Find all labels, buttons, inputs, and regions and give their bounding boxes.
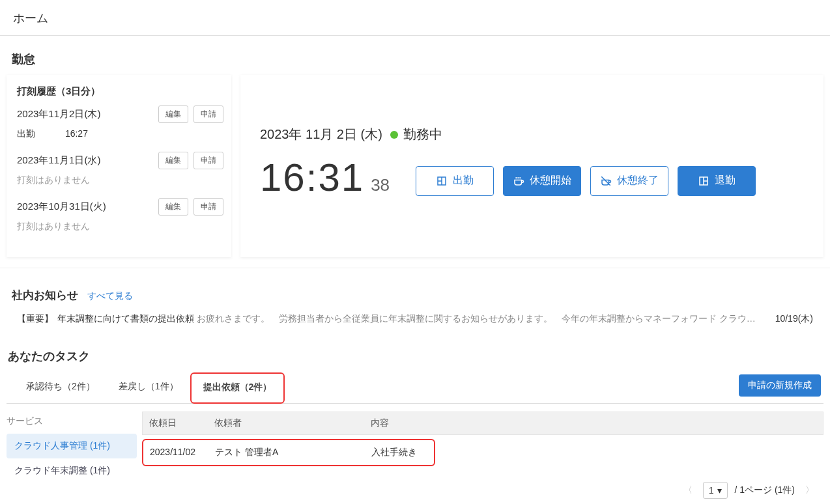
new-request-button[interactable]: 申請の新規作成 — [739, 374, 821, 397]
apply-button[interactable]: 申請 — [193, 152, 223, 169]
page-prev[interactable]: 〈 — [680, 483, 696, 497]
announcement-item[interactable]: 【重要】 年末調整に向けて書類の提出依頼 お疲れさまです。 労務担当者から全従業… — [12, 311, 818, 328]
history-scroll[interactable]: 2023年11月2日(木) 編集 申請 出勤 16:27 2023年11月1日(… — [17, 105, 229, 255]
cell-requester: テスト 管理者A — [208, 440, 365, 465]
break-end-button[interactable]: 休憩終了 — [590, 166, 668, 196]
clock-status: 勤務中 — [403, 126, 442, 143]
history-record: 出勤 16:27 — [17, 128, 223, 140]
page-title: ホーム — [0, 0, 830, 36]
coffee-off-icon — [600, 175, 612, 187]
service-label: サービス — [7, 415, 137, 427]
announcement-tag: 【重要】 — [17, 313, 53, 325]
history-date: 2023年11月2日(木) — [17, 108, 153, 120]
clock-in-button[interactable]: 出勤 — [416, 166, 494, 196]
edit-button[interactable]: 編集 — [158, 198, 188, 216]
chevron-down-icon: ▾ — [717, 485, 722, 496]
clock-in-icon — [436, 175, 448, 187]
history-no-record: 打刻はありません — [17, 221, 223, 232]
clock-date: 2023年 11月 2日 (木) — [260, 126, 382, 143]
edit-button[interactable]: 編集 — [158, 105, 188, 123]
service-item-hr[interactable]: クラウド人事管理 (1件) — [7, 434, 137, 458]
service-item-yearend[interactable]: クラウド年末調整 (1件) — [7, 458, 137, 483]
history-date: 2023年10月31日(火) — [17, 201, 153, 213]
history-title: 打刻履歴（3日分） — [17, 85, 229, 98]
apply-button[interactable]: 申請 — [193, 105, 223, 123]
clock-card: 2023年 11月 2日 (木) 勤務中 16:31 38 出勤 — [240, 75, 823, 257]
col-content: 内容 — [364, 412, 823, 434]
clock-time-hm: 16:31 — [260, 155, 364, 200]
task-table-header: 依頼日 依頼者 内容 — [142, 412, 823, 435]
clock-out-button[interactable]: 退勤 — [678, 166, 756, 196]
tasks-title: あなたのタスク — [8, 348, 823, 364]
tab-returned[interactable]: 差戻し（1件） — [107, 373, 190, 402]
page-info: / 1ページ (1件) — [734, 484, 795, 496]
edit-button[interactable]: 編集 — [158, 152, 188, 169]
coffee-icon — [513, 175, 524, 187]
clock-time-sec: 38 — [371, 175, 390, 195]
col-requester: 依頼者 — [208, 412, 364, 434]
history-no-record: 打刻はありません — [17, 175, 223, 186]
status-dot-icon — [390, 131, 398, 139]
tab-submission-request[interactable]: 提出依頼（2件） — [190, 372, 285, 404]
break-start-button[interactable]: 休憩開始 — [503, 166, 581, 196]
announcement-body: お疲れさまです。 労務担当者から全従業員に年末調整に関するお知らせがあります。 … — [197, 313, 760, 324]
cell-request-date: 2023/11/02 — [143, 440, 208, 465]
clock-out-icon — [698, 175, 709, 187]
apply-button[interactable]: 申請 — [193, 198, 223, 216]
kintai-section-title: 勤怠 — [12, 51, 823, 67]
announcement-date: 10/19(木) — [775, 313, 813, 325]
history-date: 2023年11月1日(水) — [17, 154, 153, 167]
cell-content: 入社手続き — [365, 440, 434, 465]
announcement-subject: 年末調整に向けて書類の提出依頼 — [57, 313, 194, 324]
page-select[interactable]: 1 ▾ — [703, 482, 728, 499]
tab-pending[interactable]: 承認待ち（2件） — [14, 373, 107, 402]
col-request-date: 依頼日 — [143, 412, 208, 434]
announcements-title: 社内お知らせ — [12, 288, 78, 303]
history-entry: 2023年11月1日(水) 編集 申請 打刻はありません — [17, 152, 223, 186]
history-entry: 2023年11月2日(木) 編集 申請 出勤 16:27 — [17, 105, 223, 140]
clock-history-card: 打刻履歴（3日分） 2023年11月2日(木) 編集 申請 出勤 16:27 — [7, 75, 231, 257]
page-next[interactable]: 〉 — [801, 483, 818, 497]
task-row[interactable]: 2023/11/02 テスト 管理者A 入社手続き — [142, 439, 435, 466]
history-entry: 2023年10月31日(火) 編集 申請 打刻はありません — [17, 198, 223, 232]
pager: 〈 1 ▾ / 1ページ (1件) 〉 — [142, 482, 823, 499]
see-all-link[interactable]: すべて見る — [87, 290, 133, 302]
